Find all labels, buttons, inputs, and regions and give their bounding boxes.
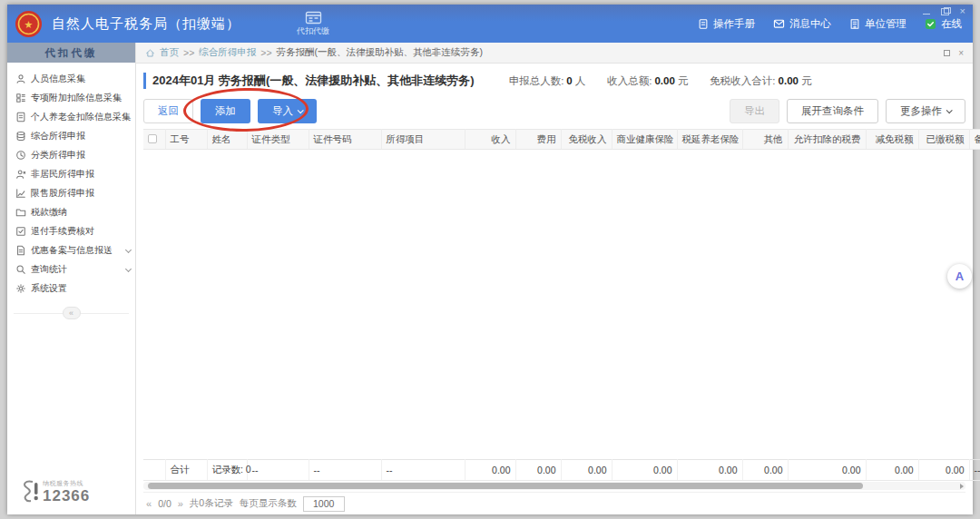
sidebar-item-refund-fee-check[interactable]: 退付手续费核对 [7,221,135,240]
tab-restore-icon[interactable] [944,50,950,56]
document-icon [15,245,26,256]
import-button[interactable]: 导入 [258,99,317,123]
sidebar-item-label: 限售股所得申报 [31,187,94,200]
add-button[interactable]: 添加 [201,99,250,123]
sidebar-item-pension-deduction[interactable]: 个人养老金扣除信息采集 [7,107,135,126]
col-header-employee-id: 工号 [165,130,207,150]
col-header-tax-reduction: 减免税额 [866,130,918,150]
scroll-right-arrow-icon[interactable] [960,484,964,489]
sidebar-item-preferential-filing[interactable]: 优惠备案与信息报送 [7,240,135,260]
tab-close-icon[interactable]: × [958,48,964,58]
person-icon [15,73,26,84]
nonresident-person-icon [15,169,26,180]
home-icon[interactable] [145,48,155,58]
chevron-down-icon [946,107,953,113]
col-header-deferred-pension: 税延养老保险 [677,130,742,150]
col-header-tax-free-income: 免税收入 [561,130,612,150]
assistant-icon: A [956,269,964,283]
national-emblem-logo: ★ [15,10,43,38]
sidebar-item-restricted-stock[interactable]: 限售股所得申报 [7,183,135,202]
sidebar-item-nonresident-income[interactable]: 非居民所得申报 [7,164,135,183]
folder-icon [15,207,26,218]
grid-list-icon [15,93,26,103]
total-cell: -- [381,460,465,481]
sidebar-item-label: 查询统计 [31,263,67,276]
back-button[interactable]: 返回 [143,99,193,123]
chevron-down-icon [298,107,304,113]
expand-query-button[interactable]: 展开查询条件 [787,99,878,123]
horizontal-scrollbar-thumb[interactable] [148,483,863,489]
breadcrumb-separator: >> [260,47,271,58]
sidebar-item-tax-payment[interactable]: 税款缴纳 [7,202,135,221]
prev-page-icon[interactable]: « [146,498,152,509]
gear-icon [15,283,26,294]
col-header-expense: 费用 [515,130,561,150]
breadcrumb-home[interactable]: 首页 [160,46,179,59]
total-records-label: 共0条记录 [190,497,233,510]
sidebar-item-label: 个人养老金扣除信息采集 [31,111,131,123]
total-cell-expense: 0.00 [515,460,561,481]
hotline-logo: 纳税服务热线 12366 [7,478,135,514]
organization-icon [849,18,860,30]
minimize-icon[interactable] [922,7,931,15]
sidebar-item-label: 税款缴纳 [31,206,67,219]
app-title: 自然人电子税务局（扣缴端） [52,15,240,33]
export-button[interactable]: 导出 [730,99,779,123]
message-center-label: 消息中心 [789,17,831,31]
manual-label: 操作手册 [713,17,755,31]
sidebar-item-label: 综合所得申报 [31,130,85,142]
summary-stats: 申报总人数:0人 收入总额:0.00元 免税收入合计:0.00元 [509,74,812,88]
next-page-icon[interactable]: » [178,498,183,509]
sidebar-item-special-deduction[interactable]: 专项附加扣除信息采集 [7,88,135,107]
table-header: 工号 姓名 证件类型 证件号码 所得项目 收入 费用 免税收入 商业健康保险 税… [143,129,965,150]
header-links: 操作手册 消息中心 单位管理 [698,17,962,31]
online-status-label: 在线 [941,17,962,31]
col-header-tax-paid: 已缴税额 [918,130,969,150]
manual-link[interactable]: 操作手册 [698,17,755,31]
stat-tax-free-income: 免税收入合计:0.00元 [710,74,811,88]
page-indicator: 0/0 [158,498,172,509]
sidebar-collapse-button[interactable]: « [63,307,81,319]
total-cell-blank [143,460,165,481]
sidebar-item-query-statistics[interactable]: 查询统计 [7,260,135,279]
select-all-checkbox[interactable] [148,134,157,143]
toolbar: 返回 添加 导入 导出 展开查询条件 更多操作 [143,93,965,129]
total-cell-other: 0.00 [742,460,788,481]
main-area: 首页 >> 综合所得申报 >> 劳务报酬(一般、法律援助补贴、其他非连续劳务) … [136,43,973,514]
total-cell: -- [309,460,381,481]
sidebar-item-classified-income[interactable]: 分类所得申报 [7,145,135,164]
message-icon [773,18,785,29]
sidebar-header: 代扣代缴 [7,43,135,63]
header-checkbox-cell [143,130,165,150]
total-cell-deferred-pension: 0.00 [677,460,742,481]
total-cell: -- [247,460,309,481]
search-icon [15,264,26,275]
total-cell-tax-paid: 0.00 [918,460,969,481]
assistant-floating-button[interactable]: A [947,264,972,289]
app-header: ★ 自然人电子税务局（扣缴端） 代扣代缴 [7,5,973,43]
total-cell-health-insurance: 0.00 [612,460,677,481]
total-cell-tax-free: 0.00 [561,460,612,481]
desktop-frame: ★ 自然人电子税务局（扣缴端） 代扣代缴 [0,0,980,519]
module-tab-label: 代扣代缴 [297,25,329,37]
more-actions-button[interactable]: 更多操作 [886,99,965,123]
total-label: 合计 [165,460,207,481]
tab-withholding-module[interactable]: 代扣代缴 [297,11,329,37]
pension-doc-icon [15,112,26,122]
sidebar-item-system-settings[interactable]: 系统设置 [7,279,135,298]
breadcrumb-separator: >> [183,47,194,58]
chevron-down-icon [125,266,132,272]
message-center-link[interactable]: 消息中心 [773,17,831,31]
close-icon[interactable]: × [960,7,965,15]
hotline-12366-icon [18,478,40,504]
sidebar-item-comprehensive-income[interactable]: 综合所得申报 [7,126,135,145]
app-window: ★ 自然人电子税务局（扣缴端） 代扣代缴 [7,5,973,514]
breadcrumb-section[interactable]: 综合所得申报 [199,46,256,59]
page-size-input[interactable] [303,496,345,512]
online-status[interactable]: 在线 [925,17,962,31]
unit-management-link[interactable]: 单位管理 [849,17,906,31]
sidebar-item-label: 专项附加扣除信息采集 [31,92,122,104]
sidebar-item-personnel-info[interactable]: 人员信息采集 [7,69,135,88]
content-panel: 2024年01月 劳务报酬(一般、法律援助补贴、其他非连续劳务) 申报总人数:0… [136,64,973,514]
restore-icon[interactable] [941,7,950,15]
